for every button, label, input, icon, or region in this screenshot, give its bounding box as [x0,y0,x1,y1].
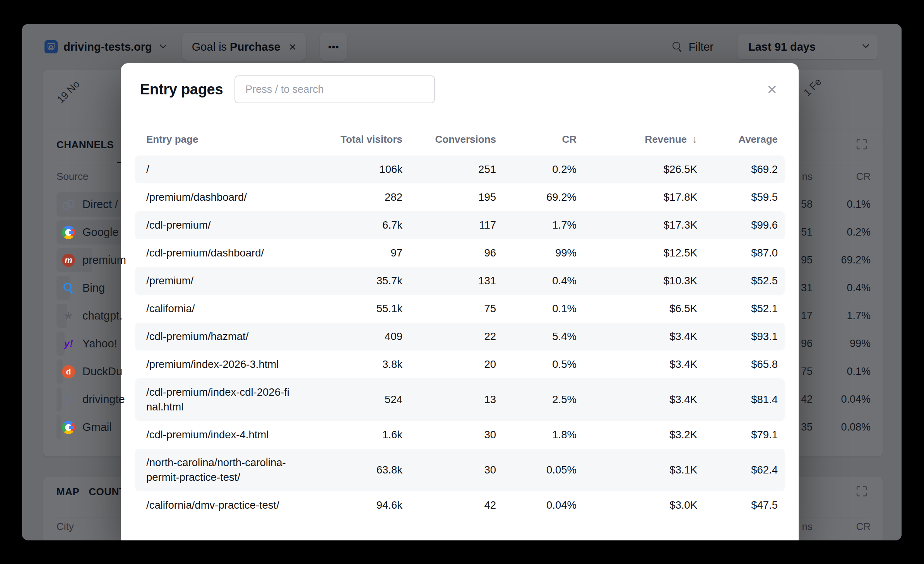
table-header-row: Entry page Total visitors Conversions CR… [135,116,785,156]
entry-page-link[interactable]: /cdl-premium/dashboard/ [146,246,299,260]
modal-title: Entry pages [140,81,223,98]
entry-page-link[interactable]: /california/ [146,301,299,316]
revenue-value: $12.5K [577,246,697,260]
cr-value: 0.05% [496,463,577,477]
table-row[interactable]: /california/dmv-practice-test/ 94.6k 42 … [135,491,785,519]
modal-header: Entry pages × [121,63,799,116]
source-conversions: 51 [751,226,813,238]
table-row[interactable]: /premium/dashboard/ 282 195 69.2% $17.8K… [135,183,785,211]
search-input[interactable] [234,75,435,103]
total-visitors-value: 1.6k [299,427,402,442]
close-icon[interactable]: × [765,81,779,98]
conversions-value: 96 [402,246,496,260]
average-value: $47.5 [697,498,778,513]
source-cr: 0.1% [813,366,871,378]
source-label: Google [82,226,119,239]
entry-page-link[interactable]: /cdl-premium/index-cdl-2026-final.html [146,385,299,414]
entry-page-link[interactable]: /north-carolina/north-carolina-permit-pr… [146,455,299,485]
total-visitors-value: 282 [299,190,402,205]
column-cr[interactable]: CR [496,133,577,145]
source-label: Gmail [82,421,112,434]
conversions-value: 117 [402,218,496,232]
source-label: chatgpt. [82,309,122,322]
revenue-value: $10.3K [577,273,697,288]
table-row[interactable]: /cdl-premium/ 6.7k 117 1.7% $17.3K $99.6 [135,211,785,239]
source-cr: 0.4% [813,282,871,294]
cr-value: 5.4% [496,329,577,344]
revenue-value: $17.8K [577,190,697,205]
source-conversions: 31 [751,282,813,294]
sort-desc-icon: ↓ [692,133,697,145]
google-icon [62,421,75,434]
entry-page-link[interactable]: /premium/ [146,273,299,288]
cr-value: 0.04% [496,498,577,513]
entry-pages-modal: Entry pages × Entry page Total visitors … [121,63,799,540]
source-cr: 99% [813,338,871,350]
source-label: Bing [82,282,105,294]
entry-page-link[interactable]: /cdl-premium/hazmat/ [146,329,299,344]
cr-value: 2.5% [496,392,577,407]
source-label: premium [82,254,126,267]
table-row[interactable]: /premium/ 35.7k 131 0.4% $10.3K $52.5 [135,267,785,295]
total-visitors-value: 35.7k [299,273,402,288]
table-row[interactable]: /california/ 55.1k 75 0.1% $6.5K $52.1 [135,295,785,323]
revenue-value: $17.3K [577,218,697,232]
premiumtests-icon [62,254,75,267]
conversions-value: 22 [402,329,496,344]
source-cr: 0.2% [813,226,871,238]
table-row[interactable]: / 106k 251 0.2% $26.5K $69.2 [135,156,785,183]
column-total-visitors[interactable]: Total visitors [299,133,402,145]
link-icon [62,198,75,211]
cr-value: 69.2% [496,190,577,205]
source-conversions: 35 [751,421,813,433]
source-label: drivingte [82,393,125,406]
google-icon [62,226,75,239]
entry-page-link[interactable]: / [146,162,299,177]
total-visitors-value: 63.8k [299,463,402,477]
column-conversions[interactable]: Conversions [402,133,496,145]
source-cr: 69.2% [813,254,871,266]
source-conversions: 96 [751,338,813,350]
source-conversions: 42 [751,393,813,405]
conversions-value: 75 [402,301,496,316]
source-cr: 0.08% [813,421,871,433]
table-row[interactable]: /north-carolina/north-carolina-permit-pr… [135,449,785,491]
average-value: $69.2 [697,162,778,177]
cr-value: 1.8% [496,427,577,442]
entry-page-link[interactable]: /cdl-premium/ [146,218,299,232]
revenue-value: $26.5K [577,162,697,177]
source-conversions: 95 [751,254,813,266]
entry-page-link[interactable]: /california/dmv-practice-test/ [146,498,299,513]
table-row[interactable]: /cdl-premium/index-cdl-2026-final.html 5… [135,378,785,421]
column-entry-page[interactable]: Entry page [146,133,299,145]
total-visitors-value: 524 [299,392,402,407]
entry-page-link[interactable]: /cdl-premium/index-4.html [146,427,299,442]
conversions-value: 42 [402,498,496,513]
conversions-value: 251 [402,162,496,177]
total-visitors-value: 3.8k [299,357,402,372]
source-cr: 0.1% [813,198,871,210]
source-cr: 1.7% [813,310,871,322]
total-visitors-value: 106k [299,162,402,177]
entry-page-link[interactable]: /premium/dashboard/ [146,190,299,205]
cr-value: 0.1% [496,301,577,316]
revenue-value: $3.4K [577,329,697,344]
table-row[interactable]: /premium/index-2026-3.html 3.8k 20 0.5% … [135,350,785,378]
total-visitors-value: 97 [299,246,402,260]
conversions-value: 20 [402,357,496,372]
source-label: DuckDu [82,365,122,378]
table-row[interactable]: /cdl-premium/dashboard/ 97 96 99% $12.5K… [135,239,785,267]
cr-value: 1.7% [496,218,577,232]
table-row[interactable]: /cdl-premium/index-4.html 1.6k 30 1.8% $… [135,421,785,449]
column-revenue[interactable]: Revenue ↓ [577,133,697,145]
entry-pages-table: Entry page Total visitors Conversions CR… [121,116,799,519]
revenue-value: $3.1K [577,463,697,477]
source-conversions: 58 [751,198,813,210]
revenue-value: $3.4K [577,357,697,372]
conversions-value: 30 [402,463,496,477]
table-row[interactable]: /cdl-premium/hazmat/ 409 22 5.4% $3.4K $… [135,323,785,350]
yahoo-icon [62,337,75,350]
entry-page-link[interactable]: /premium/index-2026-3.html [146,357,299,372]
column-average[interactable]: Average [697,133,778,145]
conversions-value: 30 [402,427,496,442]
